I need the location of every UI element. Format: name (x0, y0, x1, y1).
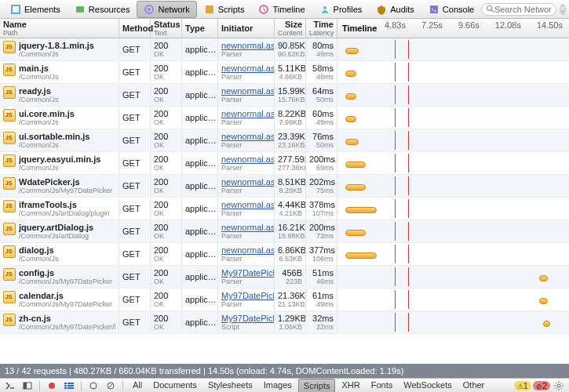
cell-time: 58ms48ms (306, 61, 337, 83)
cell-initiator[interactable]: My97DatePicker:1Parser (218, 289, 275, 310)
table-row[interactable]: main.js/Common/JsGET200OKapplic…newnorma… (0, 61, 569, 84)
console-toggle-icon[interactable] (3, 380, 17, 391)
js-file-icon (3, 154, 16, 167)
filter-images[interactable]: Images (259, 379, 297, 393)
cell-method: GET (119, 243, 151, 265)
record-icon[interactable] (45, 380, 59, 391)
table-row[interactable]: iframeTools.js/Common/Js/artDialog/plugi… (0, 198, 569, 220)
cell-initiator[interactable]: newnormal.aspx:1Parser (218, 152, 275, 174)
devtools-toolbar: ElementsResourcesNetworkScriptsTimelineP… (0, 0, 569, 19)
js-file-icon (3, 64, 16, 76)
settings-icon[interactable] (552, 380, 566, 391)
tab-console[interactable]: Console (421, 1, 481, 18)
cell-initiator[interactable]: newnormal.aspx:1Parser (218, 243, 275, 265)
cell-initiator[interactable]: newnormal.aspx:1Parser (218, 175, 275, 197)
tab-network[interactable]: Network (137, 1, 196, 18)
col-timeline[interactable]: Timeline 4.83s7.25s9.66s12.08s14.50s (337, 19, 569, 38)
cell-name: jquery.artDialog.js/Common/Js/artDialog (0, 220, 119, 242)
js-file-icon (3, 245, 16, 258)
cell-initiator[interactable]: newnormal.aspx:1Parser (218, 84, 275, 106)
table-row[interactable]: jquery-1.8.1.min.js/Common/JsGET200OKapp… (0, 38, 569, 61)
col-time[interactable]: TimeLatency (306, 19, 337, 38)
table-row[interactable]: WdatePicker.js/Common/Js/My97DatePickerG… (0, 175, 569, 198)
cell-size: 6.86KB6.63KB (275, 243, 306, 265)
cell-initiator[interactable]: newnormal.aspx:1Parser (218, 129, 275, 151)
js-file-icon (3, 109, 16, 122)
filter-all[interactable]: All (128, 379, 147, 393)
table-row[interactable]: dialog.js/Common/JsGET200OKapplic…newnor… (0, 243, 569, 266)
cell-initiator[interactable]: newnormal.aspx:1Parser (218, 198, 275, 220)
cell-initiator[interactable]: newnormal.aspx:1Parser (218, 61, 275, 83)
table-row[interactable]: ui.core.min.js/Common/JsGET200OKapplic…n… (0, 107, 569, 129)
cell-size: 8.22KB7.99KB (275, 107, 306, 129)
tab-timeline[interactable]: Timeline (251, 1, 312, 18)
cell-initiator[interactable]: newnormal.aspx:1Parser (218, 220, 275, 242)
col-status[interactable]: StatusText (151, 19, 182, 38)
tab-scripts[interactable]: Scripts (197, 1, 252, 18)
cell-method: GET (119, 129, 151, 151)
tab-audits[interactable]: Audits (369, 1, 421, 18)
js-file-icon (3, 291, 16, 303)
table-row[interactable]: zh-cn.js/Common/Js/My97DatePicker/lGET20… (0, 311, 569, 334)
clear-icon[interactable] (104, 380, 118, 391)
col-name[interactable]: NamePath (0, 19, 119, 38)
cell-size: 90.85KB90.62KB (275, 38, 306, 60)
js-file-icon (3, 314, 16, 326)
cell-time: 378ms107ms (306, 198, 337, 220)
filter-icon[interactable] (86, 380, 100, 391)
search-input[interactable] (494, 5, 551, 14)
cell-name: config.js/Common/Js/My97DatePicker (0, 266, 119, 288)
filter-xhr[interactable]: XHR (337, 379, 364, 393)
table-row[interactable]: config.js/Common/Js/My97DatePickerGET200… (0, 266, 569, 289)
col-size[interactable]: SizeContent (275, 19, 306, 38)
col-initiator[interactable]: Initiator (218, 19, 275, 38)
cell-time: 60ms49ms (306, 107, 337, 129)
warning-badge[interactable]: ⚠1 (514, 381, 531, 390)
tab-profiles[interactable]: Profiles (312, 1, 370, 18)
search-network-field[interactable] (481, 3, 556, 16)
filter-documents[interactable]: Documents (148, 379, 202, 393)
tab-label: Console (443, 5, 474, 14)
network-icon (144, 4, 155, 15)
timeline-tick: 7.25s (421, 20, 443, 30)
tab-label: Audits (390, 5, 414, 14)
table-row[interactable]: jquery.artDialog.js/Common/Js/artDialogG… (0, 220, 569, 243)
svg-rect-19 (67, 387, 74, 389)
cell-name: jquery.easyui.min.js/Common/Js (0, 152, 119, 174)
table-row[interactable]: ui.sortable.min.js/Common/JsGET200OKappl… (0, 129, 569, 152)
tab-elements[interactable]: Elements (3, 1, 67, 18)
dock-icon[interactable] (20, 380, 35, 391)
cell-type: applic… (182, 84, 218, 106)
scripts-icon (204, 4, 215, 15)
elements-icon (10, 4, 21, 15)
table-row[interactable]: jquery.easyui.min.js/Common/JsGET200OKap… (0, 152, 569, 175)
cell-time: 80ms49ms (306, 38, 337, 60)
table-row[interactable]: ready.js/Common/JsGET200OKapplic…newnorm… (0, 84, 569, 107)
cell-status: 200OK (151, 198, 182, 220)
cell-type: applic… (182, 289, 218, 310)
table-row[interactable]: calendar.js/Common/Js/My97DatePickerGET2… (0, 289, 569, 311)
cell-size: 8.51KB8.28KB (275, 175, 306, 197)
cell-size: 277.59KB277.36KB (275, 152, 306, 174)
filter-websockets[interactable]: WebSockets (399, 379, 457, 393)
list-view-icon[interactable] (62, 380, 76, 391)
cell-initiator[interactable]: My97DatePicker:1Parser (218, 266, 275, 288)
status-bar: 13 / 42 requests | 480.27KB / 660.04KB t… (0, 364, 569, 378)
cell-initiator[interactable]: My97DatePicker:1Script (218, 311, 275, 333)
filter-other[interactable]: Other (458, 379, 490, 393)
separator (81, 381, 82, 390)
error-badge[interactable]: ⊘2 (533, 381, 550, 390)
tab-resources[interactable]: Resources (67, 1, 137, 18)
svg-point-20 (90, 383, 97, 389)
filter-stylesheets[interactable]: Stylesheets (203, 379, 257, 393)
cell-name: zh-cn.js/Common/Js/My97DatePicker/l (0, 311, 119, 333)
col-method[interactable]: Method (119, 19, 151, 38)
filter-scripts[interactable]: Scripts (298, 379, 336, 393)
clear-search-icon[interactable]: ✕ (560, 4, 566, 15)
svg-point-8 (487, 5, 492, 10)
cell-initiator[interactable]: newnormal.aspx:1Parser (218, 107, 275, 129)
cell-initiator[interactable]: newnormal.aspx:1Parser (218, 38, 275, 60)
filter-fonts[interactable]: Fonts (367, 379, 398, 393)
col-type[interactable]: Type (182, 19, 218, 38)
svg-rect-0 (12, 5, 20, 13)
